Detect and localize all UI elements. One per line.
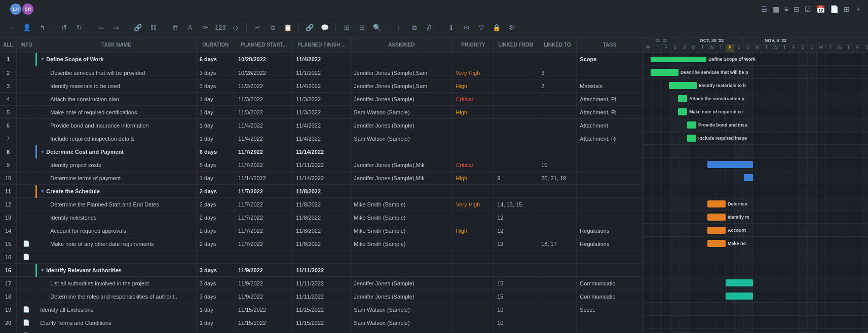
gantt-bar[interactable]: Determin: [707, 200, 726, 207]
diamond-btn[interactable]: ◇: [229, 21, 242, 34]
col-duration[interactable]: DURATION: [196, 37, 235, 53]
table-row[interactable]: 3Identify materials to be used3 days11/2…: [0, 79, 643, 93]
person-btn[interactable]: 👤: [20, 21, 33, 34]
calendar-icon[interactable]: 📅: [816, 5, 825, 13]
task-name-cell[interactable]: Gain Acceptance of Proposal: [36, 329, 196, 334]
layout-icon[interactable]: ⊞: [844, 5, 850, 13]
task-name-cell[interactable]: Make note of required certifications: [36, 106, 196, 119]
table-row[interactable]: 8▼Determine Cost and Payment6 days11/7/2…: [0, 145, 643, 158]
plus-icon[interactable]: ＋: [855, 5, 862, 14]
group-expand-icon[interactable]: ▼: [40, 189, 45, 194]
task-name-cell[interactable]: [36, 251, 196, 264]
task-name-cell[interactable]: Identify materials to be used: [36, 79, 196, 93]
filter-btn[interactable]: ▽: [475, 21, 488, 34]
group-expand-icon[interactable]: ▼: [40, 57, 45, 62]
table-row[interactable]: 7Include required inspection details1 da…: [0, 132, 643, 145]
table-row[interactable]: 11▼Create the Schedule2 days11/7/202211/…: [0, 185, 643, 198]
link-btn[interactable]: 🔗: [131, 21, 144, 34]
group-expand-icon[interactable]: ▼: [40, 149, 45, 154]
menu-icon[interactable]: ☰: [761, 5, 768, 13]
num-btn[interactable]: 123: [214, 21, 227, 34]
gantt-bar[interactable]: Describe services that will be p: [651, 69, 678, 76]
task-name-cell[interactable]: Identify all Exclusions: [36, 303, 196, 316]
table-row[interactable]: 17List all authorities involved in the p…: [0, 277, 643, 290]
table-row[interactable]: 14Account for required approvals2 days11…: [0, 224, 643, 237]
table-row[interactable]: 9Identify project costs5 days11/7/202211…: [0, 158, 643, 172]
col-start[interactable]: PLANNED START...: [235, 37, 292, 53]
search-btn[interactable]: 🔍: [370, 21, 384, 34]
task-name-cell[interactable]: ▼Determine Cost and Payment: [36, 145, 196, 158]
task-name-cell[interactable]: Determine the roles and responsibilities…: [36, 290, 196, 303]
table-row[interactable]: 13Identify milestones2 days11/7/202211/8…: [0, 211, 643, 224]
table-row[interactable]: 16▼Identify Relevant Authorities3 days11…: [0, 264, 643, 277]
share-btn[interactable]: ↰: [35, 21, 49, 34]
copy2-btn[interactable]: ⧉: [407, 21, 421, 34]
table-row[interactable]: 10Determine terms of payment1 day11/14/2…: [0, 172, 643, 185]
task-name-cell[interactable]: ▼Identify Relevant Authorities: [36, 264, 196, 277]
add-btn[interactable]: ＋: [5, 21, 18, 34]
settings-btn[interactable]: ⚙: [505, 21, 518, 34]
task-name-cell[interactable]: Describe services that will be provided: [36, 66, 196, 79]
gantt-bar[interactable]: Account: [707, 227, 726, 234]
cut-btn[interactable]: ✂: [251, 21, 264, 34]
pen-btn[interactable]: ✏: [199, 21, 212, 34]
checkbox-icon[interactable]: ☑: [805, 5, 811, 13]
table-row[interactable]: 20📄Clarify Terms and Conditions1 day11/1…: [0, 316, 643, 329]
task-name-cell[interactable]: Identify project costs: [36, 158, 196, 172]
chart-icon[interactable]: ▦: [773, 5, 779, 13]
indent-btn[interactable]: ⇦: [94, 21, 107, 34]
font-btn[interactable]: A: [183, 21, 197, 34]
table-row[interactable]: 19📄Identify all Exclusions1 day11/15/202…: [0, 303, 643, 316]
delete-row-btn[interactable]: ⊟: [355, 21, 368, 34]
col-tags[interactable]: TAGS: [577, 37, 643, 53]
gantt-bar[interactable]: Attach the construction p: [678, 95, 687, 102]
comment-btn[interactable]: 💬: [318, 21, 331, 34]
lock-btn[interactable]: 🔒: [490, 21, 503, 34]
undo-btn[interactable]: ↺: [57, 21, 70, 34]
task-name-cell[interactable]: Make note of any other date requirements: [36, 237, 196, 251]
col-assigned[interactable]: ASSIGNED: [351, 37, 452, 53]
copy-btn[interactable]: ⧉: [266, 21, 279, 34]
mail-btn[interactable]: ✉: [460, 21, 473, 34]
gantt-bar[interactable]: Identify m: [707, 214, 726, 221]
col-all[interactable]: ALL: [0, 37, 17, 53]
table-icon[interactable]: ≡: [784, 5, 788, 13]
info-btn[interactable]: ℹ: [444, 21, 458, 34]
delete-btn[interactable]: 🗑: [168, 21, 181, 34]
table-row[interactable]: 6Provide bond and insurance information1…: [0, 119, 643, 132]
table-row[interactable]: 5Make note of required certifications1 d…: [0, 106, 643, 119]
gantt-bar[interactable]: Provide bond and insu: [687, 121, 696, 129]
gantt-bar[interactable]: Define Scope of Work: [651, 57, 706, 62]
col-linked-to[interactable]: LINKED TO: [538, 37, 577, 53]
col-finish[interactable]: PLANNED FINISH ...: [293, 37, 351, 53]
col-task[interactable]: TASK NAME: [36, 37, 196, 53]
task-name-cell[interactable]: ▼Create the Schedule: [36, 185, 196, 198]
table-row[interactable]: 16📄: [0, 251, 643, 264]
grid-icon[interactable]: ⊟: [794, 5, 800, 13]
gantt-bar[interactable]: [726, 279, 753, 286]
gantt-bar[interactable]: [744, 174, 753, 181]
task-name-cell[interactable]: Determine the Planned Start and End Date…: [36, 198, 196, 211]
task-name-cell[interactable]: Provide bond and insurance information: [36, 119, 196, 132]
table-row[interactable]: 2Describe services that will be provided…: [0, 66, 643, 79]
attach-btn[interactable]: 🔗: [303, 21, 316, 34]
paste-btn[interactable]: 📋: [281, 21, 294, 34]
task-name-cell[interactable]: Identify milestones: [36, 211, 196, 224]
export-btn[interactable]: ↑: [392, 21, 405, 34]
gantt-bar[interactable]: Include required inspe: [687, 135, 696, 142]
task-name-cell[interactable]: ▼Define Scope of Work: [36, 53, 196, 66]
print-btn[interactable]: 🖨: [423, 21, 436, 34]
insert-row-btn[interactable]: ⊞: [340, 21, 353, 34]
gantt-bar[interactable]: Make note of required ce: [678, 108, 687, 115]
redo-btn[interactable]: ↻: [72, 21, 86, 34]
col-priority[interactable]: PRIORITY: [452, 37, 494, 53]
task-name-cell[interactable]: Clarify Terms and Conditions: [36, 316, 196, 329]
col-linked-from[interactable]: LINKED FROM: [494, 37, 538, 53]
gantt-bar[interactable]: Make no: [707, 240, 726, 247]
outdent-btn[interactable]: ⇨: [109, 21, 123, 34]
table-row[interactable]: 4Attach the construction plan1 day11/3/2…: [0, 93, 643, 106]
task-name-cell[interactable]: Account for required approvals: [36, 224, 196, 237]
task-name-cell[interactable]: Include required inspection details: [36, 132, 196, 145]
gantt-bar[interactable]: Identify materials to b: [669, 82, 697, 89]
unlink-btn[interactable]: ⛓: [146, 21, 160, 34]
